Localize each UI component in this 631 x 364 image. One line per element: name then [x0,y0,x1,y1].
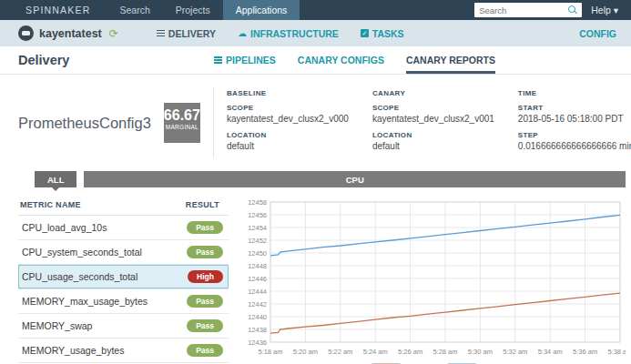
group-cpu-bar[interactable]: CPU [84,171,626,187]
svg-text:12446: 12446 [248,275,267,283]
svg-text:12454: 12454 [248,224,267,232]
report-summary: PrometheusConfig3 66.67 MARGINAL BASELIN… [0,75,631,167]
svg-text:12456: 12456 [248,211,267,219]
svg-text:12448: 12448 [248,262,267,270]
metrics-table: METRIC NAME RESULT CPU_load_avg_10sPassC… [18,197,229,364]
tab-pipelines[interactable]: PIPELINES [214,46,276,74]
metric-row[interactable]: MEMORY_max_usage_bytesPass [18,289,229,314]
metric-row[interactable]: CPU_usage_seconds_totalHigh [18,265,229,289]
group-all-button[interactable]: ALL [35,171,76,187]
tab-canary-configs[interactable]: CANARY CONFIGS [298,46,384,74]
nav-item-search[interactable]: Search [107,0,162,20]
svg-text:12450: 12450 [248,249,267,258]
metric-group-selector: ALL CPU [35,171,626,187]
svg-text:12444: 12444 [248,288,267,296]
metric-row[interactable]: CPU_load_avg_10sPass [18,216,229,240]
top-nav: SPINNAKER Search Projects Applications H… [0,0,631,20]
list-icon [157,28,165,37]
svg-text:12440: 12440 [248,313,267,321]
metric-name: MEMORY_max_usage_bytes [22,296,148,307]
list-icon [214,56,222,65]
metric-name: CPU_usage_seconds_total [22,271,137,282]
baseline-scope: kayentatest_dev_clusx2_v000 [227,114,349,124]
divider [213,87,214,158]
svg-text:5:30 am: 5:30 am [468,348,493,356]
tab-infrastructure[interactable]: ☁ INFRASTRUCTURE [238,28,339,39]
canary-config-name: PrometheusConfig3 [18,115,151,132]
application-header: kayentatest ⟳ DELIVERY ☁ INFRASTRUCTURE … [0,20,631,46]
cloud-icon: ☁ [238,29,247,38]
metric-row[interactable]: MEMORY_usage_bytesPass [18,339,229,363]
svg-text:12438: 12438 [248,326,267,334]
result-badge: Pass [187,246,223,259]
svg-text:5:28 am: 5:28 am [433,348,457,356]
canary-location: default [372,141,494,151]
svg-text:5:32 am: 5:32 am [503,348,527,356]
result-badge: High [188,270,223,284]
config-link[interactable]: CONFIG [579,28,616,39]
refresh-icon[interactable]: ⟳ [109,28,118,39]
metric-name-header: METRIC NAME [20,200,81,209]
svg-text:5:22 am: 5:22 am [328,348,352,356]
line-chart[interactable]: 1243612438124401244212444124461244812450… [234,197,626,364]
nav-item-projects[interactable]: Projects [163,0,223,20]
check-square-icon: ✓ [361,29,369,37]
metric-chart: 1243612438124401244212444124461244812450… [229,197,631,364]
metric-name: MEMORY_swap [22,320,92,331]
canary-scope: kayentatest_dev_clusx2_v001 [372,114,494,124]
result-badge: Pass [187,295,223,308]
delivery-subnav: Delivery PIPELINES CANARY CONFIGS CANARY… [0,46,631,75]
svg-text:12452: 12452 [248,237,267,245]
tab-tasks[interactable]: ✓ TASKS [361,28,404,39]
result-badge: Pass [187,319,223,333]
spinnaker-logo[interactable]: SPINNAKER [0,0,107,20]
svg-text:5:18 am: 5:18 am [258,348,282,356]
nav-item-applications[interactable]: Applications [223,0,300,20]
application-icon [18,25,34,41]
application-name: kayentatest [39,27,102,40]
svg-text:5:34 am: 5:34 am [538,348,563,356]
baseline-column: BASELINE SCOPE kayentatest_dev_clusx2_v0… [227,89,349,158]
svg-text:5:24 am: 5:24 am [363,348,388,356]
time-start: 2018-05-16 05:18:00 PDT [518,114,624,124]
global-search-input[interactable] [479,5,568,15]
svg-text:5:26 am: 5:26 am [398,348,422,356]
svg-text:5:20 am: 5:20 am [293,348,318,356]
metric-name: MEMORY_usage_bytes [22,345,124,356]
canary-column: CANARY SCOPE kayentatest_dev_clusx2_v001… [372,89,494,158]
metric-name: CPU_system_seconds_total [22,247,142,258]
metric-row[interactable]: MEMORY_swapPass [18,314,229,339]
baseline-location: default [227,141,349,151]
svg-text:5:38 am: 5:38 am [607,348,626,356]
svg-text:12442: 12442 [248,300,267,308]
global-search[interactable] [474,3,582,17]
tab-delivery[interactable]: DELIVERY [157,28,216,39]
score-badge: 66.67 MARGINAL [164,103,200,143]
svg-text:5:36 am: 5:36 am [573,348,597,356]
search-icon[interactable] [568,5,577,15]
result-badge: Pass [187,221,223,235]
result-header: RESULT [186,200,219,209]
metrics-rows: CPU_load_avg_10sPassCPU_system_seconds_t… [18,216,229,364]
score-label: MARGINAL [164,124,200,130]
svg-text:12458: 12458 [248,198,267,207]
metric-row[interactable]: CPU_system_seconds_totalPass [18,240,229,265]
tab-canary-reports[interactable]: CANARY REPORTS [406,46,495,74]
score-value: 66.67 [164,107,200,124]
result-badge: Pass [187,344,223,358]
metric-name: CPU_load_avg_10s [22,222,107,233]
time-step: 0.016666666666666666 mins [518,141,631,151]
svg-text:12436: 12436 [248,339,267,347]
help-menu[interactable]: Help ▾ [591,5,618,15]
time-column: TIME START 2018-05-16 05:18:00 PDT END 2… [518,89,631,158]
page-title: Delivery [0,53,214,67]
